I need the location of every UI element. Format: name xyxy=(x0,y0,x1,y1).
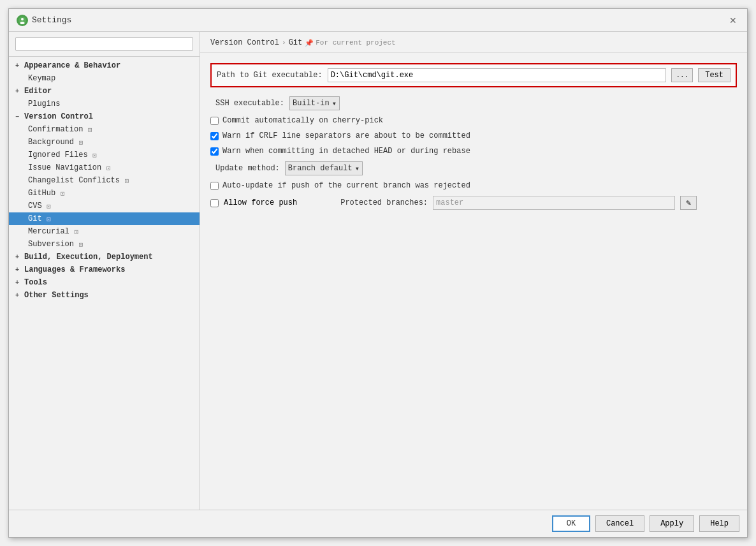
sidebar-item-label: Version Control xyxy=(24,112,93,121)
sidebar-item-plugins[interactable]: Plugins xyxy=(9,98,200,110)
warn-crlf-label: Warn if CRLF line separators are about t… xyxy=(222,131,470,140)
sidebar-item-background[interactable]: Background xyxy=(9,136,200,149)
sidebar-item-changelist-conflicts[interactable]: Changelist Conflicts xyxy=(9,174,200,187)
sidebar-item-label: Confirmation xyxy=(28,125,83,134)
sidebar-item-keymap[interactable]: Keymap xyxy=(9,72,200,85)
warn-crlf-checkbox[interactable] xyxy=(210,132,219,140)
page-icon xyxy=(76,240,85,249)
expand-icon: + xyxy=(15,88,22,95)
breadcrumb-part2: Git xyxy=(289,38,303,47)
sidebar-item-build[interactable]: + Build, Execution, Deployment xyxy=(9,251,200,263)
breadcrumb-hint-text: For current project xyxy=(316,39,395,47)
sidebar-item-confirmation[interactable]: Confirmation xyxy=(9,123,200,136)
sidebar-item-languages[interactable]: + Languages & Frameworks xyxy=(9,263,200,276)
auto-update-label: Auto-update if push of the current branc… xyxy=(222,181,470,190)
close-button[interactable]: ✕ xyxy=(727,14,739,27)
browse-button[interactable]: ... xyxy=(671,68,693,82)
auto-update-row: Auto-update if push of the current branc… xyxy=(210,178,737,193)
allow-force-push-checkbox[interactable] xyxy=(210,199,219,207)
sidebar-item-cvs[interactable]: CVS xyxy=(9,200,200,212)
sidebar-item-github[interactable]: GitHub xyxy=(9,187,200,200)
update-method-value: Branch default xyxy=(288,164,353,173)
ssh-dropdown[interactable]: Built-in ▾ xyxy=(289,96,340,110)
cancel-button[interactable]: Cancel xyxy=(595,515,644,532)
ssh-value: Built-in xyxy=(293,99,330,108)
page-icon xyxy=(45,214,54,223)
nav-tree: + Appearance & Behavior Keymap + Editor … xyxy=(9,57,200,510)
svg-point-1 xyxy=(21,18,24,20)
page-icon xyxy=(104,163,113,172)
sidebar-item-label: GitHub xyxy=(28,189,55,198)
sidebar-item-label: Tools xyxy=(24,278,47,287)
page-icon xyxy=(85,125,94,134)
update-method-dropdown[interactable]: Branch default ▾ xyxy=(285,161,363,175)
protected-branches-input[interactable] xyxy=(433,196,675,210)
sidebar-item-label: Changelist Conflicts xyxy=(28,176,120,185)
auto-update-checkbox[interactable] xyxy=(210,182,219,190)
sidebar-item-label: Ignored Files xyxy=(28,151,88,159)
expand-icon: + xyxy=(15,279,22,286)
main-content: Version Control › Git 📌 For current proj… xyxy=(200,32,747,510)
window-title: Settings xyxy=(32,15,71,25)
sidebar-item-label: Git xyxy=(28,214,42,223)
update-dropdown-icon: ▾ xyxy=(355,164,360,173)
sidebar-item-label: CVS xyxy=(28,202,42,210)
sidebar-item-label: Issue Navigation xyxy=(28,163,101,172)
sidebar-item-label: Build, Execution, Deployment xyxy=(24,253,153,262)
ssh-label: SSH executable: xyxy=(215,99,284,108)
sidebar-item-other-settings[interactable]: + Other Settings xyxy=(9,289,200,302)
sidebar-item-subversion[interactable]: Subversion xyxy=(9,238,200,251)
sidebar-item-label: Plugins xyxy=(28,100,60,108)
force-push-row: Allow force push Protected branches: ✎ xyxy=(210,193,737,212)
sidebar-item-editor[interactable]: + Editor xyxy=(9,85,200,98)
expand-icon: + xyxy=(15,292,22,299)
warn-detached-label: Warn when committing in detached HEAD or… xyxy=(222,147,470,156)
update-method-row: Update method: Branch default ▾ xyxy=(210,159,737,178)
commit-cherry-pick-checkbox[interactable] xyxy=(210,117,219,125)
breadcrumb-bar: Version Control › Git 📌 For current proj… xyxy=(200,32,747,53)
breadcrumb-hint: 📌 For current project xyxy=(305,39,395,47)
title-bar: Settings ✕ xyxy=(9,9,747,32)
path-label: Path to Git executable: xyxy=(217,71,323,80)
sidebar-item-label: Keymap xyxy=(28,74,55,83)
test-button[interactable]: Test xyxy=(698,68,731,82)
expand-icon: + xyxy=(15,267,22,274)
sidebar-item-issue-navigation[interactable]: Issue Navigation xyxy=(9,161,200,174)
page-icon xyxy=(72,227,81,236)
app-icon xyxy=(17,15,28,26)
expand-icon: + xyxy=(15,63,22,70)
sidebar-item-ignored-files[interactable]: Ignored Files xyxy=(9,149,200,161)
allow-force-push-label: Allow force push xyxy=(224,198,297,207)
protected-branches-edit-button[interactable]: ✎ xyxy=(680,196,697,210)
git-path-section: Path to Git executable: ... Test xyxy=(210,63,737,87)
help-button[interactable]: Help xyxy=(699,515,739,532)
sidebar-item-label: Appearance & Behavior xyxy=(24,61,120,70)
ssh-row: SSH executable: Built-in ▾ xyxy=(210,94,737,113)
git-settings-panel: Path to Git executable: ... Test SSH exe… xyxy=(200,53,747,510)
ssh-dropdown-icon: ▾ xyxy=(332,99,337,108)
expand-icon: + xyxy=(15,254,22,261)
sidebar-item-appearance[interactable]: + Appearance & Behavior xyxy=(9,59,200,72)
sidebar-item-version-control[interactable]: − Version Control xyxy=(9,110,200,123)
ok-button[interactable]: OK xyxy=(552,515,590,532)
sidebar-item-label: Mercurial xyxy=(28,227,69,236)
search-box xyxy=(9,32,200,57)
warn-detached-checkbox[interactable] xyxy=(210,147,219,156)
expand-icon: − xyxy=(15,114,22,121)
commit-cherry-pick-label: Commit automatically on cherry-pick xyxy=(222,116,383,125)
commit-cherry-pick-row: Commit automatically on cherry-pick xyxy=(210,113,737,128)
dialog-body: + Appearance & Behavior Keymap + Editor … xyxy=(9,32,747,510)
sidebar-item-tools[interactable]: + Tools xyxy=(9,276,200,289)
sidebar-item-mercurial[interactable]: Mercurial xyxy=(9,225,200,238)
sidebar: + Appearance & Behavior Keymap + Editor … xyxy=(9,32,200,510)
path-input[interactable] xyxy=(328,68,667,82)
protected-branches-label: Protected branches: xyxy=(340,198,428,207)
sidebar-item-git[interactable]: Git xyxy=(9,212,200,225)
apply-button[interactable]: Apply xyxy=(650,515,694,532)
search-input[interactable] xyxy=(15,37,193,51)
breadcrumb-separator: › xyxy=(282,39,286,47)
update-method-label: Update method: xyxy=(215,164,280,173)
page-icon xyxy=(76,138,85,147)
title-bar-left: Settings xyxy=(17,15,71,26)
warn-crlf-row: Warn if CRLF line separators are about t… xyxy=(210,128,737,144)
